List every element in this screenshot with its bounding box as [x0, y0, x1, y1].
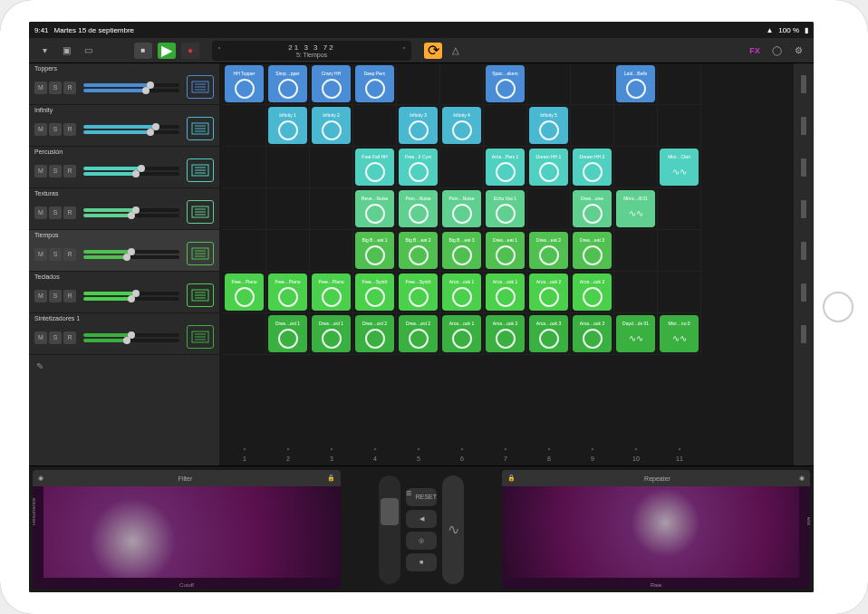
clip[interactable]: Drea…oise: [573, 190, 612, 227]
clip[interactable]: Free…Piano: [268, 273, 307, 311]
clip-cell[interactable]: [223, 230, 266, 272]
clip-cell[interactable]: Laid…Bells: [614, 63, 658, 105]
volume-slider[interactable]: [83, 83, 179, 87]
scene-trigger[interactable]: ˄6: [440, 444, 484, 465]
clip[interactable]: Pum…Noise: [442, 190, 481, 227]
clip-cell[interactable]: Infinity 1: [266, 105, 310, 147]
scene-trigger[interactable]: ˄11: [658, 444, 701, 465]
clip[interactable]: HH Topper: [225, 65, 264, 102]
record-enable-button[interactable]: R: [63, 290, 76, 302]
clip[interactable]: Arca…ook 1: [486, 273, 525, 311]
clip-cell[interactable]: [310, 188, 353, 230]
clip[interactable]: Simp…pper: [268, 65, 307, 102]
clip-cell[interactable]: Free…Piano: [223, 272, 266, 313]
clip[interactable]: Infinity 5: [529, 107, 568, 144]
chevron-up-icon[interactable]: ˄: [217, 46, 221, 54]
record-enable-button[interactable]: R: [63, 82, 76, 94]
clip-cell[interactable]: Mirro…ill 01: [614, 188, 658, 230]
clip-cell[interactable]: HH Topper: [223, 63, 266, 105]
mute-button[interactable]: M: [34, 248, 47, 261]
right-vstrip[interactable]: ∿: [442, 475, 464, 584]
clip[interactable]: Reve…Noise: [355, 190, 394, 227]
scene-trigger[interactable]: ˄1: [223, 444, 266, 465]
clip-cell[interactable]: Free Fall HH: [353, 147, 397, 188]
clip-cell[interactable]: Drea…ord 1: [266, 313, 310, 355]
scene-trigger[interactable]: ˄8: [527, 444, 571, 465]
fx-button[interactable]: FX: [747, 43, 763, 59]
clip-cell[interactable]: Arca…ook 1: [484, 272, 527, 313]
instrument-icon[interactable]: [187, 75, 214, 99]
clip[interactable]: Infinity 2: [312, 107, 351, 144]
track-stop-button[interactable]: [794, 63, 814, 105]
clip[interactable]: Arca…ook 3: [529, 315, 568, 352]
scene-trigger[interactable]: ˄9: [571, 444, 614, 465]
clip-cell[interactable]: [440, 63, 484, 105]
scene-trigger[interactable]: ˄3: [310, 444, 353, 465]
clip[interactable]: Dream HH 2: [573, 149, 612, 186]
pan-slider[interactable]: [83, 89, 179, 92]
xy-pad-left[interactable]: ◉ Filter 🔒 Resonance Cutoff: [33, 470, 341, 589]
mute-button[interactable]: M: [34, 331, 47, 344]
clip[interactable]: Arca…ook 1: [442, 273, 481, 311]
clip[interactable]: Arca…ook 2: [486, 315, 525, 352]
clip-cell[interactable]: Arca…Perc 1: [484, 147, 527, 188]
scene-trigger[interactable]: ˄10: [614, 444, 658, 465]
clip-cell[interactable]: [614, 147, 658, 188]
clip-cell[interactable]: Infinity 2: [310, 105, 353, 147]
stop-button[interactable]: ■: [134, 43, 152, 59]
clip-cell[interactable]: Drea…ord 2: [397, 313, 440, 355]
clip[interactable]: Mirro…ill 01: [616, 190, 655, 227]
clip-cell[interactable]: Micr…no 0: [658, 313, 701, 355]
mute-button[interactable]: M: [34, 82, 47, 94]
sliders-icon[interactable]: ☰: [406, 490, 414, 504]
xy-pad-right[interactable]: 🔒 Repeater ◉ Mix Rate: [502, 470, 810, 589]
pan-slider[interactable]: [83, 172, 179, 176]
clip-cell[interactable]: Free…Piano: [310, 272, 353, 313]
clip-cell[interactable]: [571, 105, 614, 147]
mute-button[interactable]: M: [34, 206, 47, 219]
clip-cell[interactable]: Dream HH 1: [527, 147, 571, 188]
record-enable-button[interactable]: R: [63, 206, 76, 219]
play-button[interactable]: ▶: [158, 43, 176, 59]
solo-button[interactable]: S: [49, 248, 62, 261]
clip-cell[interactable]: [614, 105, 658, 147]
clip[interactable]: Free Fall HH: [355, 149, 394, 186]
clip-cell[interactable]: [484, 105, 527, 147]
clip[interactable]: Drea…ord 2: [399, 315, 438, 352]
lock-icon[interactable]: 🔒: [327, 475, 335, 482]
record-enable-button[interactable]: R: [63, 248, 76, 261]
clip[interactable]: Echo Vox 1: [486, 190, 525, 227]
track-stop-button[interactable]: [794, 188, 814, 230]
solo-button[interactable]: S: [49, 82, 62, 94]
inbox-icon[interactable]: ▣: [58, 43, 74, 59]
clip-cell[interactable]: [223, 105, 266, 147]
clip-cell[interactable]: [527, 63, 571, 105]
stop-fx-button[interactable]: ■: [406, 553, 437, 571]
clip-cell[interactable]: Arca…ook 2: [571, 272, 614, 313]
view-icon[interactable]: ▭: [80, 43, 96, 59]
clip[interactable]: Infinity 3: [399, 107, 438, 144]
clip-cell[interactable]: Arca…ook 2: [527, 272, 571, 313]
clip-cell[interactable]: [223, 188, 266, 230]
clip-cell[interactable]: Drea…eat 3: [571, 230, 614, 272]
clip[interactable]: Dayd…ds 01: [616, 315, 655, 352]
clip-cell[interactable]: [614, 272, 658, 313]
track-stop-button[interactable]: [794, 313, 814, 355]
clip-cell[interactable]: Arca…ook 3: [571, 313, 614, 355]
clip-cell[interactable]: [310, 147, 353, 188]
clip-cell[interactable]: Big B…eat 1: [353, 230, 397, 272]
track-stop-button[interactable]: [794, 147, 814, 188]
clip-cell[interactable]: Reve…Noise: [353, 188, 397, 230]
clip-cell[interactable]: Infinity 5: [527, 105, 571, 147]
clip[interactable]: Arca…ook 1: [442, 315, 481, 352]
clip-cell[interactable]: Arca…ook 1: [440, 272, 484, 313]
clip[interactable]: Arca…ook 2: [529, 273, 568, 311]
volume-slider[interactable]: [83, 250, 179, 254]
clip[interactable]: Drea…eat 2: [529, 232, 568, 269]
mute-button[interactable]: M: [34, 165, 47, 177]
scene-trigger[interactable]: ˄2: [266, 444, 310, 465]
record-enable-button[interactable]: R: [63, 331, 76, 344]
automation-icon[interactable]: ✎: [29, 355, 219, 377]
clip-cell[interactable]: [658, 230, 701, 272]
cycle-button[interactable]: ⟳: [424, 43, 442, 59]
